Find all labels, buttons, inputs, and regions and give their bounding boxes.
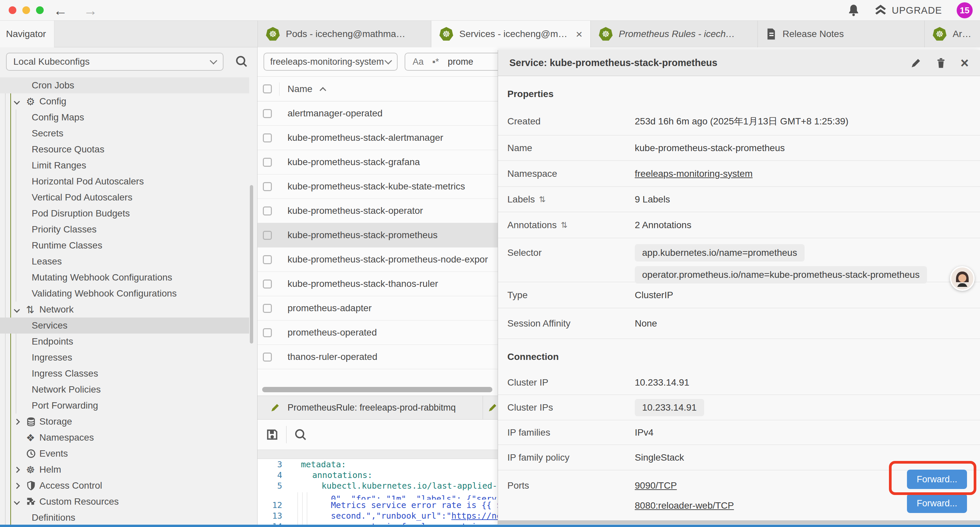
- name-column-header[interactable]: Name: [288, 84, 313, 94]
- close-icon[interactable]: ×: [960, 55, 969, 71]
- table-row-prometheus-operated[interactable]: prometheus-operated: [258, 320, 498, 345]
- sidebar-item-endpoints[interactable]: Endpoints: [0, 334, 249, 350]
- minimize-window-button[interactable]: [22, 6, 30, 14]
- table-row-prometheus-adapter[interactable]: prometheus-adapter: [258, 296, 498, 320]
- table-row-kube-prometheus-stack-prometheus[interactable]: kube-prometheus-stack-prometheus: [258, 223, 498, 247]
- sort-asc-icon[interactable]: [320, 87, 326, 94]
- forward-button-8080[interactable]: Forward...: [907, 494, 967, 513]
- row-checkbox[interactable]: [263, 353, 272, 361]
- table-row-kube-prometheus-stack-alertmanager[interactable]: kube-prometheus-stack-alertmanager: [258, 126, 498, 150]
- sidebar-item-network[interactable]: ⇅Network: [0, 301, 249, 318]
- row-checkbox[interactable]: [263, 182, 272, 191]
- tab-navigator[interactable]: Navigator: [0, 21, 54, 47]
- chevron-down-icon[interactable]: [15, 99, 26, 104]
- tab-pods[interactable]: ☸Pods - icecheng@mathmas...: [258, 21, 431, 47]
- port-link-8080[interactable]: 8080:reloader-web/TCP: [635, 500, 734, 511]
- regex-toggle[interactable]: ▪*: [432, 57, 439, 67]
- detail-panel-scrollbar[interactable]: [498, 520, 980, 524]
- tab-services[interactable]: ☸Services - icecheng@math...×: [431, 21, 591, 47]
- sidebar-item-validating-webhook-configurations[interactable]: Validating Webhook Configurations: [0, 285, 249, 301]
- sidebar-item-storage[interactable]: Storage: [0, 414, 249, 430]
- sidebar-item-priority-classes[interactable]: Priority Classes: [0, 221, 249, 237]
- table-row-kube-prometheus-stack-thanos-ruler[interactable]: kube-prometheus-stack-thanos-ruler: [258, 272, 498, 296]
- sidebar-item-ingresses[interactable]: Ingresses: [0, 350, 249, 366]
- sidebar-item-secrets[interactable]: Secrets: [0, 126, 249, 142]
- port-link-9090[interactable]: 9090/TCP: [635, 480, 734, 491]
- sidebar-item-limit-ranges[interactable]: Limit Ranges: [0, 158, 249, 174]
- row-checkbox[interactable]: [263, 207, 272, 215]
- sidebar-item-port-forwarding[interactable]: Port Forwarding: [0, 398, 249, 414]
- kubeconfig-select[interactable]: Local Kubeconfigs: [6, 53, 223, 71]
- notification-count-badge[interactable]: 15: [957, 2, 973, 18]
- sidebar-item-mutating-webhook-configurations[interactable]: Mutating Webhook Configurations: [0, 269, 249, 285]
- forward-arrow-icon[interactable]: →: [83, 3, 97, 19]
- avatar[interactable]: [950, 266, 975, 291]
- yaml-editor[interactable]: 3metadata:4annotations:5kubectl.kubernet…: [258, 459, 498, 527]
- sort-toggle-icon[interactable]: ⇅: [539, 195, 546, 204]
- sidebar-item-config-maps[interactable]: Config Maps: [0, 110, 249, 126]
- forward-button-9090[interactable]: Forward...: [907, 470, 967, 489]
- namespace-select[interactable]: freeleaps-monitoring-system: [264, 53, 398, 71]
- sidebar-item-access-control[interactable]: Access Control: [0, 478, 249, 494]
- row-checkbox[interactable]: [263, 328, 272, 337]
- sidebar-item-services[interactable]: Services: [0, 318, 249, 334]
- sort-toggle-icon[interactable]: ⇅: [561, 220, 567, 230]
- chevron-down-icon[interactable]: [15, 500, 26, 504]
- upgrade-button[interactable]: UPGRADE: [874, 5, 942, 16]
- select-all-checkbox[interactable]: [263, 84, 272, 93]
- maximize-window-button[interactable]: [36, 6, 44, 14]
- sidebar-item-resource-quotas[interactable]: Resource Quotas: [0, 142, 249, 158]
- table-search-input[interactable]: Aa ▪* prome: [405, 53, 498, 71]
- sidebar-item-network-policies[interactable]: Network Policies: [0, 382, 249, 398]
- sidebar-item-leases[interactable]: Leases: [0, 253, 249, 269]
- close-tab-icon[interactable]: ×: [576, 28, 582, 41]
- sidebar-item-pod-disruption-budgets[interactable]: Pod Disruption Budgets: [0, 205, 249, 221]
- editor-search-icon[interactable]: [294, 428, 307, 441]
- row-checkbox[interactable]: [263, 134, 272, 142]
- sidebar-item-config[interactable]: ⚙Config: [0, 93, 249, 110]
- editor-tab-partial[interactable]: [483, 396, 498, 419]
- table-horizontal-scrollbar[interactable]: [262, 387, 492, 392]
- table-row-kube-prometheus-stack-grafana[interactable]: kube-prometheus-stack-grafana: [258, 150, 498, 174]
- chevron-right-icon[interactable]: [15, 484, 26, 488]
- sidebar-search-icon[interactable]: [235, 55, 248, 68]
- sidebar-item-horizontal-pod-autoscalers[interactable]: Horizontal Pod Autoscalers: [0, 174, 249, 189]
- sidebar-item-namespaces[interactable]: ❖Namespaces: [0, 430, 249, 446]
- row-checkbox[interactable]: [263, 304, 272, 313]
- window-controls[interactable]: [9, 6, 44, 14]
- sidebar-item-runtime-classes[interactable]: Runtime Classes: [0, 237, 249, 253]
- row-checkbox[interactable]: [263, 158, 272, 167]
- table-row-kube-prometheus-stack-operator[interactable]: kube-prometheus-stack-operator: [258, 199, 498, 223]
- namespace-link[interactable]: freeleaps-monitoring-system: [635, 169, 752, 179]
- table-row-alertmanager-operated[interactable]: alertmanager-operated: [258, 101, 498, 126]
- sidebar-item-definitions[interactable]: Definitions: [0, 509, 249, 525]
- sidebar-item-helm[interactable]: ☸Helm: [0, 462, 249, 478]
- table-row-thanos-ruler-operated[interactable]: thanos-ruler-operated: [258, 345, 498, 369]
- row-checkbox[interactable]: [263, 231, 272, 240]
- sidebar-item-ingress-classes[interactable]: Ingress Classes: [0, 366, 249, 382]
- save-icon[interactable]: [266, 428, 279, 441]
- tab-prometheus[interactable]: ☸Prometheus Rules - icecheng...: [591, 21, 758, 47]
- delete-trash-icon[interactable]: [935, 57, 946, 69]
- sidebar-scrollbar[interactable]: [250, 185, 253, 344]
- sidebar-item-cron-jobs[interactable]: Cron Jobs: [0, 77, 249, 93]
- labels-value[interactable]: 9 Labels: [635, 194, 670, 205]
- sidebar-item-custom-resources[interactable]: Custom Resources: [0, 494, 249, 509]
- row-checkbox[interactable]: [263, 109, 272, 118]
- sidebar-item-events[interactable]: Events: [0, 446, 249, 462]
- sidebar-item-vertical-pod-autoscalers[interactable]: Vertical Pod Autoscalers: [0, 189, 249, 205]
- table-row-kube-prometheus-stack-prometheus-node-expor[interactable]: kube-prometheus-stack-prometheus-node-ex…: [258, 247, 498, 272]
- table-row-kube-prometheus-stack-kube-state-metrics[interactable]: kube-prometheus-stack-kube-state-metrics: [258, 174, 498, 199]
- editor-tab-prometheusrule[interactable]: PrometheusRule: freeleaps-prod-rabbitmq: [258, 396, 483, 419]
- back-arrow-icon[interactable]: ←: [53, 3, 67, 19]
- chevron-right-icon[interactable]: [15, 468, 26, 472]
- tab-release[interactable]: Release Notes: [758, 21, 924, 47]
- tab-argo[interactable]: ☸Argo Se: [924, 21, 980, 47]
- match-case-toggle[interactable]: Aa: [413, 57, 424, 67]
- edit-pencil-icon[interactable]: [910, 57, 922, 69]
- annotations-value[interactable]: 2 Annotations: [635, 220, 692, 231]
- chevron-down-icon[interactable]: [15, 307, 26, 312]
- notifications-bell-icon[interactable]: [848, 4, 859, 17]
- row-checkbox[interactable]: [263, 280, 272, 288]
- close-window-button[interactable]: [9, 6, 16, 14]
